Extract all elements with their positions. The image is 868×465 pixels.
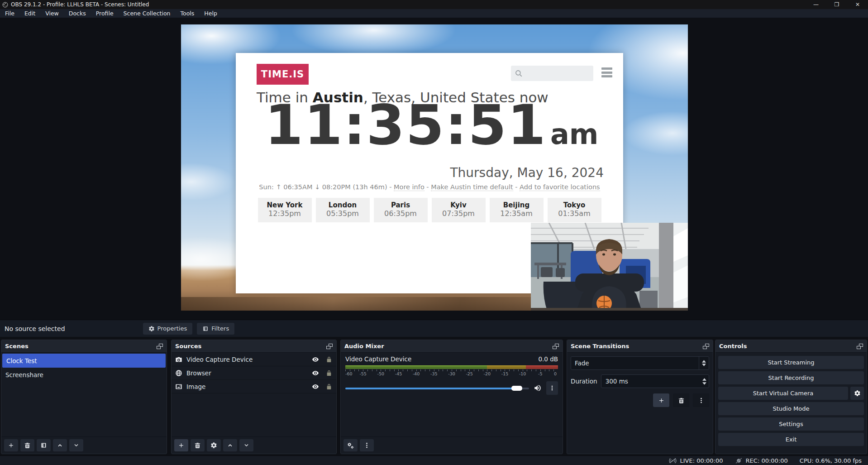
lock-icon[interactable] — [325, 383, 333, 390]
remove-source-button[interactable] — [191, 439, 205, 451]
lock-icon[interactable] — [325, 356, 333, 363]
transition-options-button[interactable] — [693, 393, 709, 407]
minimize-button[interactable]: — — [806, 0, 826, 9]
volume-slider-handle[interactable] — [511, 386, 522, 391]
volume-slider[interactable] — [345, 385, 529, 391]
menu-profile[interactable]: Profile — [91, 9, 119, 18]
globe-icon — [175, 369, 182, 377]
audio-mixer-title: Audio Mixer — [344, 343, 384, 350]
controls-body: Start Streaming Start Recording Start Vi… — [715, 353, 867, 454]
lock-icon[interactable] — [325, 369, 333, 377]
scene-down-button[interactable] — [69, 439, 83, 451]
mixer-db-value: 0.0 dB — [538, 355, 558, 363]
popout-icon[interactable] — [157, 344, 163, 349]
scenes-panel: Scenes Clock Test Screenshare — [1, 340, 167, 454]
scene-transitions-body: Fade Duration 300 ms — [567, 353, 713, 454]
audio-mixer-toolbar — [341, 436, 563, 454]
program-preview[interactable]: TIME.IS Time in Austin, Texas, United St… — [181, 24, 688, 311]
scene-up-button[interactable] — [53, 439, 67, 451]
world-city-times: New York12:35pm London05:35pm Paris06:35… — [236, 198, 623, 222]
sources-panel: Sources Video Capture Device Browser — [171, 340, 337, 454]
spinbox-arrows-icon[interactable] — [700, 375, 709, 388]
add-scene-button[interactable] — [4, 439, 18, 451]
scene-item-screenshare[interactable]: Screenshare — [1, 368, 167, 382]
clock-ampm: am — [550, 118, 598, 151]
title-bar: OBS 29.1.2 - Profile: LLHLS BETA - Scene… — [0, 0, 868, 9]
menu-file[interactable]: File — [0, 9, 19, 18]
webcam-video — [531, 223, 688, 311]
speaker-icon[interactable] — [534, 384, 542, 392]
studio-mode-button[interactable]: Studio Mode — [718, 402, 864, 415]
settings-button[interactable]: Settings — [718, 417, 864, 431]
popout-icon[interactable] — [326, 344, 333, 349]
advanced-audio-button[interactable] — [343, 439, 358, 451]
close-button[interactable]: ✕ — [847, 0, 868, 9]
obs-logo-icon — [2, 2, 8, 8]
source-properties-button[interactable] — [207, 439, 221, 451]
more-info-link: More info — [394, 183, 424, 191]
add-source-button[interactable] — [174, 439, 188, 451]
webcam-overlay — [531, 223, 688, 311]
visibility-eye-icon[interactable] — [312, 356, 319, 363]
exit-button[interactable]: Exit — [718, 433, 864, 446]
popout-icon[interactable] — [857, 344, 863, 349]
start-streaming-button[interactable]: Start Streaming — [718, 356, 864, 369]
popout-icon[interactable] — [553, 344, 559, 349]
controls-panel: Controls Start Streaming Start Recording… — [715, 340, 867, 454]
mixer-options-button[interactable] — [360, 439, 374, 451]
remove-scene-button[interactable] — [20, 439, 34, 451]
city-time-tokyo: Tokyo01:35am — [548, 198, 601, 222]
filters-button[interactable]: Filters — [197, 323, 234, 335]
clock-time: 11:35:51 — [265, 93, 547, 157]
menu-edit[interactable]: Edit — [19, 9, 40, 18]
scene-filters-button[interactable] — [37, 439, 51, 451]
add-transition-button[interactable] — [653, 393, 669, 407]
cpu-fps-status: CPU: 0.6%, 30.00 fps — [800, 457, 862, 464]
menu-docks[interactable]: Docks — [64, 9, 91, 18]
virtual-camera-config-button[interactable] — [850, 387, 864, 400]
transition-select[interactable]: Fade — [571, 356, 709, 370]
start-recording-button[interactable]: Start Recording — [718, 371, 864, 384]
scene-transitions-panel: Scene Transitions Fade Duration 300 ms — [567, 340, 713, 454]
scenes-panel-header[interactable]: Scenes — [1, 340, 167, 353]
duration-label: Duration — [571, 378, 597, 385]
remove-transition-button[interactable] — [673, 393, 689, 407]
channel-options-button[interactable] — [546, 381, 558, 395]
menu-scene-collection[interactable]: Scene Collection — [119, 9, 176, 18]
city-time-beijing: Beijing12:35am — [490, 198, 544, 222]
duration-spinbox[interactable]: 300 ms — [601, 374, 709, 388]
source-row-browser[interactable]: Browser — [172, 366, 336, 380]
start-virtual-camera-button[interactable]: Start Virtual Camera — [718, 387, 848, 400]
scene-item-clock-test[interactable]: Clock Test — [2, 354, 166, 368]
window-title: OBS 29.1.2 - Profile: LLHLS BETA - Scene… — [11, 1, 149, 8]
select-arrows-icon[interactable] — [699, 357, 709, 369]
timeis-clock: 11:35:51am — [265, 97, 600, 153]
stream-inactive-icon — [669, 458, 677, 464]
volume-meter — [345, 365, 558, 369]
record-inactive-icon — [735, 458, 743, 464]
transition-value: Fade — [571, 357, 699, 369]
menu-view[interactable]: View — [40, 9, 64, 18]
properties-button[interactable]: Properties — [143, 323, 193, 335]
menu-help[interactable]: Help — [199, 9, 222, 18]
sources-panel-header[interactable]: Sources — [172, 340, 336, 353]
menu-tools[interactable]: Tools — [176, 9, 200, 18]
source-row-video-capture[interactable]: Video Capture Device — [172, 353, 336, 366]
timeis-date: Thursday, May 16, 2024 — [450, 165, 604, 180]
audio-mixer-header[interactable]: Audio Mixer — [341, 340, 563, 353]
timeis-sun-info: Sun: ↑ 06:35AM ↓ 08:20PM (13h 46m) - Mor… — [236, 183, 623, 191]
visibility-eye-icon[interactable] — [312, 383, 319, 390]
city-time-newyork: New York12:35pm — [258, 198, 312, 222]
scene-transitions-header[interactable]: Scene Transitions — [567, 340, 713, 353]
controls-header[interactable]: Controls — [715, 340, 867, 353]
preview-background: TIME.IS Time in Austin, Texas, United St… — [0, 18, 868, 320]
popout-icon[interactable] — [703, 344, 709, 349]
visibility-eye-icon[interactable] — [312, 369, 319, 377]
audio-mixer-body: Video Capture Device 0.0 dB -60 -55 -50 … — [341, 353, 563, 436]
mixer-channel-name: Video Capture Device — [345, 355, 411, 363]
restore-button[interactable]: ❐ — [826, 0, 847, 9]
source-row-image[interactable]: Image — [172, 380, 336, 393]
source-down-button[interactable] — [239, 439, 253, 451]
live-status: LIVE: 00:00:00 — [669, 457, 723, 464]
source-up-button[interactable] — [223, 439, 237, 451]
